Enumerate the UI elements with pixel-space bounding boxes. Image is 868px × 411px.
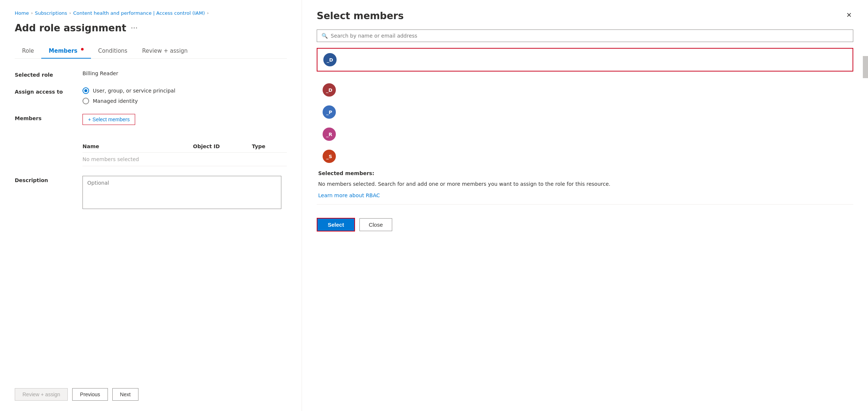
form-row-description: Description [15,176,287,209]
panel-bottom: Select Close [317,210,853,239]
selected-members-label: Selected members: [318,170,852,176]
previous-button[interactable]: Previous [72,388,108,401]
description-label: Description [15,176,74,183]
user-item-4[interactable]: _S [317,145,853,167]
description-textarea[interactable] [82,176,281,209]
breadcrumb-iam[interactable]: Content health and performance | Access … [73,10,205,16]
form-section: Selected role Billing Reader Assign acce… [15,70,287,379]
panel-divider [317,204,853,205]
tabs: Role Members Conditions Review + assign [15,44,287,59]
avatar-3: _R [323,128,336,141]
page-title-row: Add role assignment ··· [15,22,287,34]
no-members-cell: No members selected [82,156,193,162]
members-label: Members [15,114,74,121]
col-header-type: Type [252,143,289,149]
user-item-3[interactable]: _R [317,123,853,145]
table-header: Name Object ID Type [82,140,287,153]
form-row-role: Selected role Billing Reader [15,70,287,78]
user-item-0[interactable]: _D [317,49,853,71]
user-item-1[interactable]: _D [317,79,853,101]
col-header-objectid: Object ID [193,143,252,149]
breadcrumb: Home › Subscriptions › Content health an… [15,10,287,16]
search-box: 🔍 [317,29,853,42]
select-members-button[interactable]: + Select members [82,114,135,125]
rbac-link[interactable]: Learn more about RBAC [318,192,380,198]
panel-title: Select members [317,10,404,21]
bottom-actions: Review + assign Previous Next [15,379,287,411]
members-table: Name Object ID Type No members selected [82,140,287,166]
avatar-1: _D [323,83,336,97]
close-button[interactable]: Close [359,218,392,231]
col-header-name: Name [82,143,193,149]
selected-section: Selected members: No members selected. S… [317,170,853,198]
selected-role-value: Billing Reader [82,70,118,76]
radio-managed-identity[interactable]: Managed identity [82,98,175,104]
radio-group: User, group, or service principal Manage… [82,87,175,104]
avatar-0: _D [323,53,337,66]
avatar-2: _P [323,105,336,119]
review-assign-button: Review + assign [15,388,68,401]
chevron-icon-1: › [31,11,32,15]
page-container: Home › Subscriptions › Content health an… [0,0,868,411]
page-options-button[interactable]: ··· [131,24,138,32]
radio-circle-managed-identity [82,98,89,104]
page-title: Add role assignment [15,22,126,34]
tab-members[interactable]: Members [41,44,91,59]
members-dot [81,48,84,50]
radio-user-group[interactable]: User, group, or service principal [82,87,175,94]
scrollbar[interactable] [863,56,868,78]
right-panel: Select members ✕ 🔍 _D _D _P _R [302,0,868,411]
radio-circle-user-group [82,87,89,94]
avatar-4: _S [323,150,336,163]
search-icon: 🔍 [321,33,328,39]
assign-access-label: Assign access to [15,87,74,95]
form-row-assign: Assign access to User, group, or service… [15,87,287,104]
breadcrumb-subscriptions[interactable]: Subscriptions [35,10,67,16]
user-list-below: _D _P _R _S [317,79,853,167]
table-no-data-row: No members selected [82,153,287,166]
search-input[interactable] [331,33,848,39]
next-button[interactable]: Next [112,388,138,401]
no-members-text: No members selected. Search for and add … [318,180,852,188]
tab-role[interactable]: Role [15,44,41,59]
selected-role-label: Selected role [15,70,74,78]
chevron-icon-2: › [69,11,71,15]
breadcrumb-home[interactable]: Home [15,10,29,16]
tab-conditions[interactable]: Conditions [91,44,135,59]
user-list-selected: _D [317,48,853,72]
select-button[interactable]: Select [317,218,355,231]
user-item-2[interactable]: _P [317,101,853,123]
tab-review-assign[interactable]: Review + assign [135,44,195,59]
chevron-icon-3: › [207,11,208,15]
left-panel: Home › Subscriptions › Content health an… [0,0,302,411]
form-row-members: Members + Select members [15,114,287,125]
panel-header: Select members ✕ [317,10,853,21]
close-panel-button[interactable]: ✕ [845,10,853,20]
